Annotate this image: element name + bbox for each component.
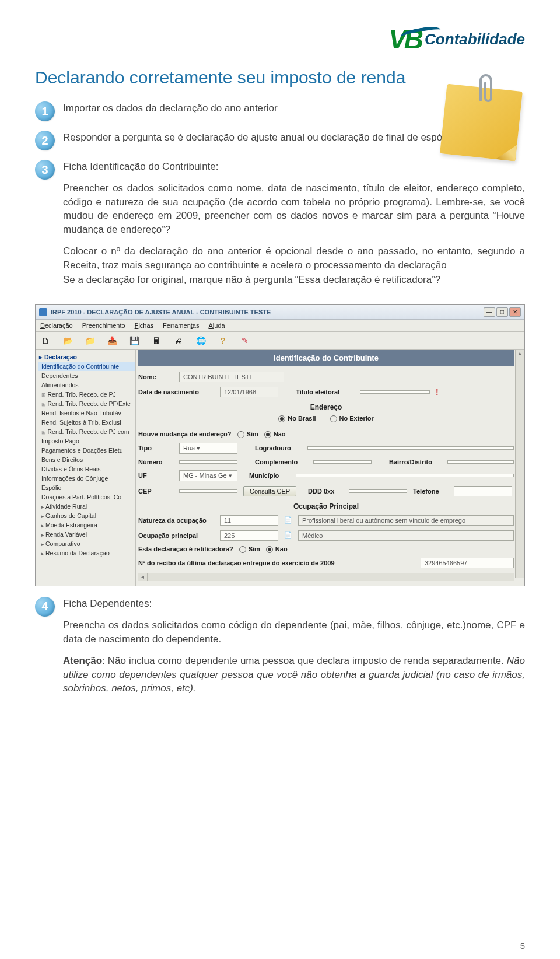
ocupacao-desc-field: Médico xyxy=(298,530,514,541)
municipio-field[interactable] xyxy=(296,474,514,477)
sidebar-item-espolio[interactable]: Espólio xyxy=(38,483,135,492)
endereco-local-radio-group: No Brasil No Exterior xyxy=(138,415,514,422)
radio-no-exterior[interactable]: No Exterior xyxy=(330,415,374,422)
radio-mudanca-sim[interactable]: Sim xyxy=(237,430,258,438)
sidebar-item-pagamentos[interactable]: Pagamentos e Doações Efetu xyxy=(38,446,135,455)
logradouro-label: Logradouro xyxy=(255,444,302,452)
sidebar-item-renda-variavel[interactable]: Renda Variável xyxy=(38,530,135,539)
sidebar-item-doacoes[interactable]: Doações a Part. Políticos, Co xyxy=(38,492,135,502)
menu-ajuda[interactable]: Ajuda xyxy=(208,322,225,329)
mudanca-label: Houve mudança de endereço? xyxy=(138,430,232,438)
telefone-label: Telefone xyxy=(413,488,448,495)
step-1-badge: 1 xyxy=(35,102,55,121)
sidebar-item-moeda-estrangeira[interactable]: Moeda Estrangeira xyxy=(38,520,135,530)
help-icon[interactable]: ? xyxy=(218,335,228,346)
save-icon[interactable]: 💾 xyxy=(129,335,139,346)
toolbar: 🗋 📂 📁 📥 💾 🖩 🖨 🌐 ? ✎ xyxy=(36,332,524,350)
numero-field[interactable] xyxy=(179,460,237,464)
ocupacao-code-field[interactable]: 225 xyxy=(220,530,278,541)
logo-abbrev: VB xyxy=(388,23,421,55)
radio-no-brasil[interactable]: No Brasil xyxy=(278,415,316,422)
sidebar-item-rend-pf[interactable]: Rend. Trib. Receb. de PF/Exte xyxy=(38,399,135,408)
close-button[interactable]: ✕ xyxy=(509,307,521,317)
sidebar: ▸ Declaração Identificação do Contribuin… xyxy=(36,350,136,586)
natureza-code-field[interactable]: 11 xyxy=(220,515,278,526)
sidebar-item-resumo[interactable]: Resumo da Declaração xyxy=(38,548,135,558)
sidebar-item-rend-pj[interactable]: Rend. Trib. Receb. de PJ xyxy=(38,390,135,399)
tipo-field[interactable]: Rua ▾ xyxy=(179,443,237,454)
step-3-p3: Se a declaração for original, marque não… xyxy=(63,273,525,286)
warning-icon: ! xyxy=(436,387,439,397)
folder-icon[interactable]: 📁 xyxy=(85,335,95,346)
new-doc-icon[interactable]: 🗋 xyxy=(40,335,51,346)
logo: VB Contabilidade xyxy=(388,23,525,55)
complemento-label: Complemento xyxy=(255,459,307,466)
cep-label: CEP xyxy=(138,488,173,495)
print-icon[interactable]: 🖨 xyxy=(173,335,184,346)
globe-icon[interactable]: 🌐 xyxy=(195,335,206,346)
sidebar-item-imposto-pago[interactable]: Imposto Pago xyxy=(38,436,135,446)
page-number: 5 xyxy=(520,941,525,951)
sidebar-item-ganhos-capital[interactable]: Ganhos de Capital xyxy=(38,511,135,520)
header: VB Contabilidade xyxy=(35,23,525,55)
step-4-p2: Atenção: Não inclua como dependente uma … xyxy=(63,654,525,695)
sidebar-item-alimentandos[interactable]: Alimentandos xyxy=(38,380,135,390)
step-3-badge: 3 xyxy=(35,160,55,180)
titulo-field[interactable] xyxy=(360,390,430,394)
menu-ferramentas[interactable]: Ferramentas xyxy=(163,322,199,329)
recibo-field[interactable]: 329465466597 xyxy=(421,558,514,568)
sidebar-item-identificacao[interactable]: Identificação do Contribuinte xyxy=(38,362,135,371)
consulta-cep-button[interactable]: Consulta CEP xyxy=(243,486,296,496)
check-icon[interactable]: ✎ xyxy=(240,335,250,346)
uf-label: UF xyxy=(138,472,173,479)
sidebar-item-dividas[interactable]: Dívidas e Ônus Reais xyxy=(38,464,135,474)
sidebar-item-isentos[interactable]: Rend. Isentos e Não-Tributáv xyxy=(38,408,135,418)
logradouro-field[interactable] xyxy=(307,446,514,450)
endereco-heading: Endereço xyxy=(138,403,514,411)
sidebar-item-atividade-rural[interactable]: Atividade Rural xyxy=(38,502,135,511)
bairro-field[interactable] xyxy=(447,460,514,464)
ddd-label: DDD 0xx xyxy=(308,488,343,495)
data-nasc-field[interactable]: 12/01/1968 xyxy=(220,387,278,397)
vertical-scrollbar[interactable]: ▴ xyxy=(515,350,524,578)
nome-field[interactable]: CONTRIBUINTE TESTE xyxy=(179,372,284,382)
sidebar-item-conjuge[interactable]: Informações do Cônjuge xyxy=(38,474,135,483)
radio-retif-sim[interactable]: Sim xyxy=(239,545,260,553)
step-3-p1: Preencher os dados solicitados como nome… xyxy=(63,181,525,236)
step-4-p1: Preencha os dados solicitados como códig… xyxy=(63,618,525,646)
menu-declaracao[interactable]: Declaração xyxy=(40,322,73,329)
sidebar-item-bens[interactable]: Bens e Direitos xyxy=(38,455,135,464)
radio-mudanca-nao[interactable]: Não xyxy=(264,430,286,438)
open-icon[interactable]: 📂 xyxy=(62,335,73,346)
sidebar-item-comparativo[interactable]: Comparativo xyxy=(38,539,135,548)
uf-field[interactable]: MG - Minas Ge ▾ xyxy=(179,470,237,481)
recibo-label: Nº do recibo da última declaração entreg… xyxy=(138,559,335,566)
step-3-body: Ficha Identificação do Contribuinte: Pre… xyxy=(63,160,525,295)
cep-field[interactable] xyxy=(179,489,237,493)
minimize-button[interactable]: — xyxy=(484,307,495,317)
ddd-field[interactable] xyxy=(349,489,407,493)
lookup-icon-2[interactable]: 📄 xyxy=(284,531,292,539)
step-4-heading: Ficha Dependentes: xyxy=(63,597,525,610)
step-3-p2: Colocar o nº da declaração do ano anteri… xyxy=(63,244,525,272)
menu-preenchimento[interactable]: Preenchimento xyxy=(82,322,125,329)
sidebar-item-rend-pj-com[interactable]: Rend. Trib. Receb. de PJ com xyxy=(38,427,135,436)
step-4: 4 Ficha Dependentes: Preencha os dados s… xyxy=(35,597,525,704)
horizontal-scrollbar[interactable]: ◂ xyxy=(138,573,514,581)
lookup-icon[interactable]: 📄 xyxy=(284,516,292,524)
maximize-button[interactable]: □ xyxy=(496,307,508,317)
window-title: IRPF 2010 - DECLARAÇÃO DE AJUSTE ANUAL -… xyxy=(51,309,271,316)
natureza-desc-field: Profissional liberal ou autônomo sem vín… xyxy=(298,515,514,526)
numero-label: Número xyxy=(138,459,173,466)
sidebar-section-declaracao[interactable]: ▸ Declaração xyxy=(38,352,135,362)
complemento-field[interactable] xyxy=(313,460,372,464)
calculator-icon[interactable]: 🖩 xyxy=(151,335,162,346)
natureza-label: Natureza da ocupação xyxy=(138,517,214,524)
import-icon[interactable]: 📥 xyxy=(107,335,117,346)
sidebar-item-trib-exclusiva[interactable]: Rend. Sujeitos à Trib. Exclusi xyxy=(38,418,135,427)
telefone-field[interactable]: - xyxy=(454,486,512,496)
menu-fichas[interactable]: Fichas xyxy=(135,322,153,329)
radio-retif-nao[interactable]: Não xyxy=(266,545,288,553)
nome-label: Nome xyxy=(138,373,173,380)
sidebar-item-dependentes[interactable]: Dependentes xyxy=(38,371,135,380)
